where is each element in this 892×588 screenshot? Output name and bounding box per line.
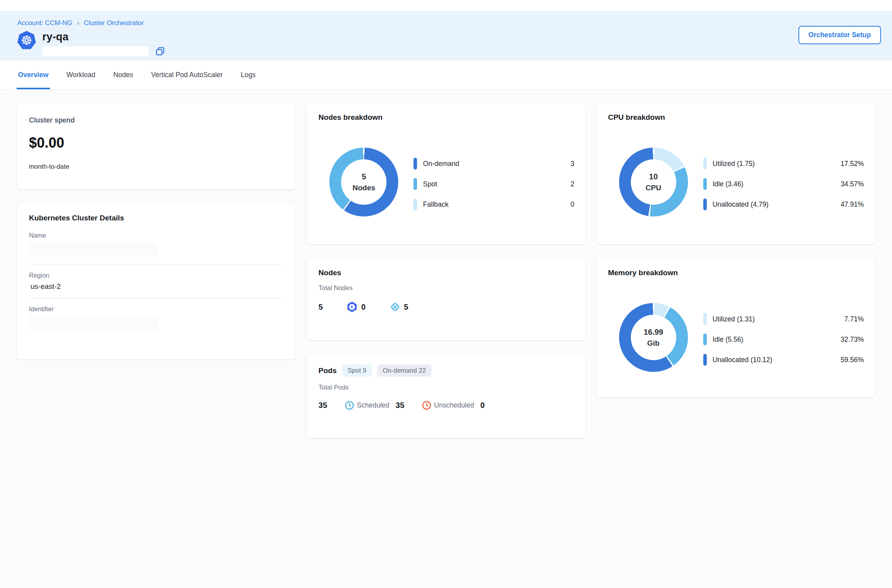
donut-center: 16.99 Gib — [631, 315, 676, 360]
breadcrumb-section-link[interactable]: Cluster Orchestrator — [84, 19, 144, 27]
legend-color-chip — [413, 158, 417, 170]
legend-value: 34.57% — [841, 180, 864, 188]
legend-item: On-demand 3 — [413, 157, 574, 170]
legend-label: Utilized (1.31) — [713, 315, 845, 323]
legend-label: Unallocated (10.12) — [713, 356, 841, 364]
legend-color-chip — [703, 334, 707, 345]
region-field-label: Region — [29, 272, 284, 279]
legend-item: Utilized (1.75) 17.52% — [703, 157, 864, 170]
legend-value: 59.56% — [841, 356, 864, 364]
unscheduled-label: Unscheduled — [434, 401, 474, 409]
legend-item: Utilized (1.31) 7.71% — [703, 312, 864, 326]
identifier-field-redacted-value — [29, 316, 158, 331]
legend-value: 2 — [571, 180, 574, 188]
legend-label: Idle (5.56) — [713, 335, 841, 344]
cluster-details-title: Kubernetes Cluster Details — [29, 214, 284, 222]
donut-center-label: CPU — [646, 182, 661, 193]
cluster-spend-title: Cluster spend — [29, 116, 284, 124]
legend-item: Unallocated (10.12) 59.56% — [703, 353, 864, 366]
total-pods-label: Total Pods — [318, 384, 573, 391]
copy-icon[interactable] — [155, 46, 165, 56]
legend-value: 3 — [571, 160, 574, 168]
breadcrumb: Account: CCM-NG › Cluster Orchestrator — [17, 19, 875, 27]
donut-center: 5 Nodes — [341, 159, 386, 205]
chevron-right-icon: › — [77, 20, 79, 27]
divider — [29, 298, 284, 298]
legend-item: Idle (3.46) 34.57% — [703, 177, 864, 191]
name-field-redacted-value — [29, 242, 158, 257]
cpu-breakdown-donut-chart: 10 CPU — [619, 148, 688, 216]
nodes-breakdown-title: Nodes breakdown — [318, 113, 573, 122]
overview-content: Cluster spend $0.00 month-to-date Kubern… — [0, 90, 892, 588]
cluster-id-redacted — [42, 46, 149, 56]
cpu-breakdown-legend: Utilized (1.75) 17.52% Idle (3.46) 34.57… — [703, 157, 864, 218]
cluster-spend-amount: $0.00 — [29, 135, 284, 151]
legend-value: 32.73% — [841, 335, 864, 344]
unscheduled-clock-icon — [422, 400, 432, 410]
legend-color-chip — [703, 158, 707, 170]
total-nodes-label: Total Nodes — [318, 284, 573, 292]
legend-item: Idle (5.56) 32.73% — [703, 333, 864, 346]
legend-color-chip — [703, 313, 707, 325]
legend-item: Unallocated (4.79) 47.91% — [703, 198, 864, 211]
tab-nodes[interactable]: Nodes — [112, 61, 134, 89]
ondemand-pods-badge: On-demand 22 — [377, 364, 432, 377]
legend-label: On-demand — [423, 160, 571, 168]
total-nodes-value: 5 — [318, 303, 323, 312]
legend-label: Idle (3.46) — [713, 180, 841, 188]
legend-color-chip — [413, 198, 417, 210]
spot-diamond-icon — [389, 301, 401, 313]
legend-label: Spot — [423, 180, 571, 188]
svg-text:K: K — [351, 305, 354, 309]
legend-value: 47.91% — [841, 200, 864, 209]
breadcrumb-account-link[interactable]: Account: CCM-NG — [17, 19, 72, 27]
legend-value: 0 — [571, 200, 574, 209]
legend-label: Utilized (1.75) — [713, 160, 841, 168]
scheduled-label: Scheduled — [357, 401, 390, 409]
spot-pods-badge: Spot 9 — [342, 364, 372, 377]
tab-workload[interactable]: Workload — [66, 61, 96, 89]
tab-logs[interactable]: Logs — [240, 61, 256, 89]
cpu-breakdown-title: CPU breakdown — [608, 113, 863, 122]
unscheduled-value: 0 — [480, 401, 485, 410]
legend-color-chip — [703, 354, 707, 366]
tab-vertical-pod-autoscaler[interactable]: Vertical Pod AutoScaler — [150, 61, 224, 89]
spot-nodes-count: 5 — [404, 303, 408, 312]
kubernetes-wheel-glyph: ☸ — [21, 34, 33, 47]
nodes-breakdown-card: Nodes breakdown 5 Nodes On-demand 3 Spot… — [307, 103, 585, 244]
legend-item: Fallback 0 — [413, 198, 574, 211]
pods-title: Pods — [318, 366, 336, 375]
memory-breakdown-title: Memory breakdown — [608, 269, 863, 277]
legend-color-chip — [703, 178, 707, 190]
kubernetes-icon: ☸ — [17, 31, 36, 50]
legend-color-chip — [703, 198, 707, 210]
donut-center-value: 10 — [649, 171, 658, 182]
legend-item: Spot 2 — [413, 177, 574, 191]
divider — [29, 264, 284, 265]
nodes-summary-title: Nodes — [318, 269, 573, 277]
nodes-breakdown-donut-chart: 5 Nodes — [329, 148, 398, 216]
total-pods-value: 35 — [318, 401, 327, 410]
page-title: ry-qa — [42, 31, 165, 43]
nodes-summary-card: Nodes Total Nodes 5 K 0 — [307, 258, 585, 340]
donut-center-label: Gib — [647, 338, 660, 349]
region-field-value: us-east-2 — [29, 282, 284, 291]
identifier-field-label: Identifier — [29, 305, 284, 313]
legend-color-chip — [413, 178, 417, 190]
cluster-details-card: Kubernetes Cluster Details Name Region u… — [17, 204, 296, 359]
tab-overview[interactable]: Overview — [17, 61, 49, 89]
orchestrator-setup-button[interactable]: Orchestrator Setup — [798, 26, 881, 44]
donut-center-value: 16.99 — [644, 326, 663, 338]
scheduled-clock-icon — [345, 400, 354, 410]
legend-label: Fallback — [423, 200, 571, 209]
memory-breakdown-card: Memory breakdown 16.99 Gib Utilized (1.3… — [596, 258, 875, 397]
kubernetes-hexagon-icon: K — [346, 301, 358, 313]
scheduled-value: 35 — [395, 401, 404, 410]
donut-center-value: 5 — [362, 171, 366, 182]
page-header: Account: CCM-NG › Cluster Orchestrator ☸… — [0, 11, 892, 61]
k8s-nodes-count: 0 — [361, 303, 365, 312]
cpu-breakdown-card: CPU breakdown 10 CPU Utilized (1.75) 17.… — [596, 103, 875, 244]
cluster-spend-card: Cluster spend $0.00 month-to-date — [17, 103, 296, 189]
pods-card: Pods Spot 9 On-demand 22 Total Pods 35 S… — [307, 354, 585, 438]
legend-value: 7.71% — [844, 315, 864, 323]
